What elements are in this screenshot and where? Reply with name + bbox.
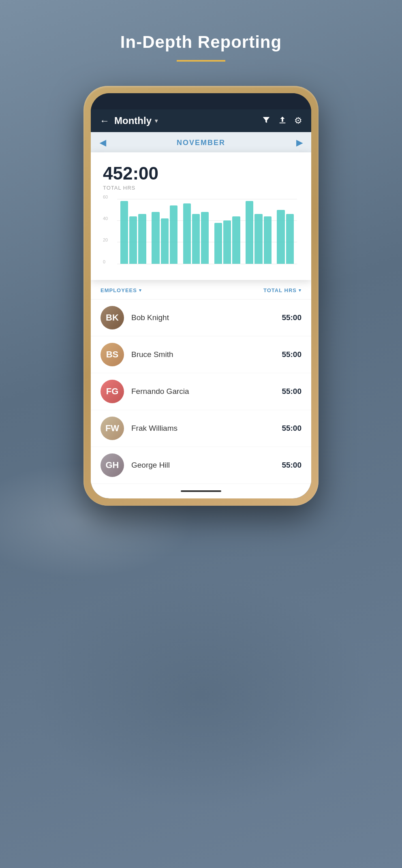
chart-bar <box>277 210 284 264</box>
chart-bar <box>192 214 200 264</box>
employee-name: George Hill <box>131 461 282 470</box>
current-month: NOVEMBER <box>177 139 225 147</box>
employee-hours: 55:00 <box>282 313 302 322</box>
employee-name: Frak Williams <box>131 424 282 433</box>
grid-label-60: 60 <box>103 195 108 199</box>
employee-avatar: FW <box>100 417 124 440</box>
employee-row[interactable]: BS Bruce Smith 55:00 <box>91 336 311 373</box>
employee-avatar: FG <box>100 380 124 403</box>
chart-bar <box>129 216 137 264</box>
employee-avatar: GH <box>100 453 124 477</box>
employee-list: BK Bob Knight 55:00 BS Bruce Smith 55:00… <box>91 299 311 484</box>
employee-row[interactable]: BK Bob Knight 55:00 <box>91 299 311 336</box>
avatar-initials: FW <box>100 417 124 440</box>
employees-col-text: EMPLOYEES <box>100 287 137 293</box>
grid-label-20: 20 <box>103 237 108 242</box>
chart-bar <box>138 214 146 264</box>
back-button[interactable]: ← <box>100 115 109 126</box>
employee-hours: 55:00 <box>282 350 302 359</box>
employee-hours: 55:00 <box>282 461 302 470</box>
total-hrs-column-header[interactable]: TOTAL HRS ▾ <box>263 287 302 293</box>
chart-bar <box>214 223 222 264</box>
total-hrs-sort-arrow: ▾ <box>299 288 302 293</box>
phone-bottom-bar <box>91 484 311 498</box>
home-indicator <box>181 490 221 492</box>
total-hours-value: 452:00 <box>103 165 299 182</box>
chart-bar <box>152 212 159 264</box>
employees-column-header[interactable]: EMPLOYEES ▾ <box>100 287 142 293</box>
avatar-initials: GH <box>100 453 124 477</box>
grid-label-0: 0 <box>103 259 105 264</box>
bar-chart: 60 40 20 0 <box>103 199 299 272</box>
employee-name: Fernando Garcia <box>131 387 282 396</box>
prev-month-button[interactable]: ◀ <box>100 138 106 148</box>
employees-sort-arrow: ▾ <box>139 288 142 293</box>
app-header: ← Monthly ▾ <box>91 109 311 132</box>
chart-bar <box>264 216 272 264</box>
employee-name: Bob Knight <box>131 313 282 322</box>
chart-bar <box>170 205 177 264</box>
header-actions: ⚙ <box>262 115 302 126</box>
chart-bar <box>183 203 191 264</box>
employee-hours: 55:00 <box>282 387 302 396</box>
header-title: Monthly ▾ <box>114 115 158 126</box>
settings-icon[interactable]: ⚙ <box>294 115 302 126</box>
avatar-initials: FG <box>100 380 124 403</box>
title-underline <box>177 60 225 62</box>
employees-section: EMPLOYEES ▾ TOTAL HRS ▾ BK Bob Knight <box>91 280 311 484</box>
chart-bars <box>117 199 297 264</box>
avatar-initials: BS <box>100 343 124 366</box>
header-left: ← Monthly ▾ <box>100 115 158 126</box>
phone-frame: ← Monthly ▾ <box>83 86 319 506</box>
employee-hours: 55:00 <box>282 424 302 433</box>
status-bar <box>91 93 311 109</box>
employee-row[interactable]: FG Fernando Garcia 55:00 <box>91 373 311 410</box>
employees-table-header: EMPLOYEES ▾ TOTAL HRS ▾ <box>91 280 311 299</box>
filter-icon[interactable] <box>262 115 271 126</box>
employee-name: Bruce Smith <box>131 350 282 359</box>
chart-bar <box>161 218 169 264</box>
title-dropdown-arrow[interactable]: ▾ <box>155 118 158 124</box>
grid-label-40: 40 <box>103 216 108 221</box>
stats-card: 452:00 TOTAL HRS 60 40 20 <box>91 152 311 280</box>
employee-row[interactable]: GH George Hill 55:00 <box>91 447 311 484</box>
chart-bar <box>223 220 231 264</box>
chart-bar <box>286 214 294 264</box>
employee-row[interactable]: FW Frak Williams 55:00 <box>91 410 311 447</box>
month-navigation: ◀ NOVEMBER ▶ <box>91 132 311 153</box>
total-hours-label: TOTAL HRS <box>103 185 299 191</box>
chart-bar <box>246 201 253 264</box>
employee-avatar: BS <box>100 343 124 366</box>
avatar-initials: BK <box>100 306 124 329</box>
page-title: In-Depth Reporting <box>0 0 402 52</box>
view-title-text: Monthly <box>114 115 152 126</box>
employee-avatar: BK <box>100 306 124 329</box>
chart-bar <box>254 214 262 264</box>
phone-screen: ← Monthly ▾ <box>91 93 311 498</box>
next-month-button[interactable]: ▶ <box>296 138 302 148</box>
chart-bar <box>201 212 209 264</box>
chart-bar <box>120 201 128 264</box>
phone-wrapper: ← Monthly ▾ <box>83 86 319 506</box>
phone-notch <box>177 97 225 106</box>
chart-bar <box>232 216 240 264</box>
upload-icon[interactable] <box>278 115 287 126</box>
total-hrs-col-text: TOTAL HRS <box>263 287 297 293</box>
